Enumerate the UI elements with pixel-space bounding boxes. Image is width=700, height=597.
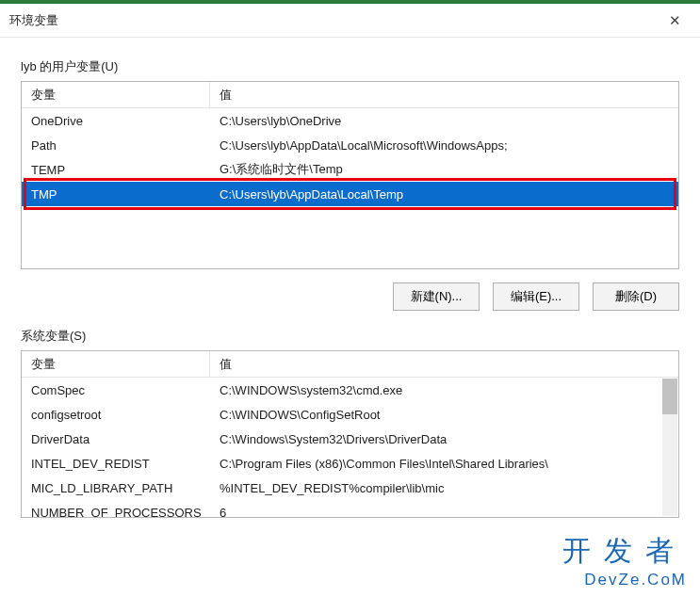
column-header-value[interactable]: 值 <box>210 82 678 107</box>
cell-value: C:\WINDOWS\system32\cmd.exe <box>210 383 678 397</box>
table-row[interactable]: ComSpecC:\WINDOWS\system32\cmd.exe <box>22 378 678 402</box>
cell-variable: ComSpec <box>22 383 210 397</box>
cell-value: C:\Program Files (x86)\Common Files\Inte… <box>210 457 678 471</box>
cell-value: C:\Users\lyb\OneDrive <box>210 114 678 128</box>
cell-variable: TMP <box>22 187 210 202</box>
user-variables-body: OneDriveC:\Users\lyb\OneDrivePathC:\User… <box>22 108 678 268</box>
cell-variable: DriverData <box>22 432 210 446</box>
cell-value: 6 <box>210 506 678 518</box>
table-row[interactable]: OneDriveC:\Users\lyb\OneDrive <box>22 108 678 133</box>
table-row[interactable]: PathC:\Users\lyb\AppData\Local\Microsoft… <box>22 133 678 157</box>
cell-variable: NUMBER_OF_PROCESSORS <box>22 506 210 518</box>
cell-variable: MIC_LD_LIBRARY_PATH <box>22 481 210 495</box>
cell-variable: configsetroot <box>22 408 210 422</box>
delete-button[interactable]: 删除(D) <box>593 282 679 311</box>
new-button[interactable]: 新建(N)... <box>393 282 480 311</box>
cell-value: C:\Users\lyb\AppData\Local\Microsoft\Win… <box>210 138 678 153</box>
cell-value: C:\WINDOWS\ConfigSetRoot <box>210 408 678 422</box>
cell-value: G:\系统临时文件\Temp <box>210 161 678 178</box>
table-row[interactable]: MIC_LD_LIBRARY_PATH%INTEL_DEV_REDIST%com… <box>22 476 678 500</box>
titlebar: 环境变量 ✕ <box>0 4 700 38</box>
scrollbar-thumb[interactable] <box>662 379 677 414</box>
edit-button[interactable]: 编辑(E)... <box>493 282 579 311</box>
system-variables-label: 系统变量(S) <box>21 328 679 345</box>
column-header-value[interactable]: 值 <box>210 351 678 377</box>
table-row[interactable]: TEMPG:\系统临时文件\Temp <box>22 157 678 182</box>
table-row[interactable]: INTEL_DEV_REDISTC:\Program Files (x86)\C… <box>22 451 678 476</box>
cell-variable: TEMP <box>22 163 210 177</box>
table-row[interactable]: TMPC:\Users\lyb\AppData\Local\Temp <box>22 182 678 206</box>
user-buttons-row: 新建(N)... 编辑(E)... 删除(D) <box>21 282 679 311</box>
list-header: 变量 值 <box>22 82 678 108</box>
cell-variable: OneDrive <box>22 114 210 128</box>
window-title: 环境变量 <box>9 12 659 29</box>
cell-variable: Path <box>22 138 210 153</box>
cell-value: C:\Users\lyb\AppData\Local\Temp <box>210 187 678 202</box>
table-row[interactable]: configsetrootC:\WINDOWS\ConfigSetRoot <box>22 402 678 427</box>
user-variables-label: lyb 的用户变量(U) <box>21 58 679 75</box>
table-row[interactable]: NUMBER_OF_PROCESSORS6 <box>22 500 678 517</box>
window-content: lyb 的用户变量(U) 变量 值 OneDriveC:\Users\lyb\O… <box>0 38 700 597</box>
system-variables-list[interactable]: 变量 值 ComSpecC:\WINDOWS\system32\cmd.exec… <box>21 350 679 518</box>
table-row[interactable]: DriverDataC:\Windows\System32\Drivers\Dr… <box>22 427 678 451</box>
list-header: 变量 值 <box>22 351 678 378</box>
system-variables-body: ComSpecC:\WINDOWS\system32\cmd.execonfig… <box>22 378 678 517</box>
column-header-variable[interactable]: 变量 <box>22 82 210 107</box>
close-icon[interactable]: ✕ <box>659 8 691 33</box>
cell-value: C:\Windows\System32\Drivers\DriverData <box>210 432 678 446</box>
environment-variables-window: 环境变量 ✕ lyb 的用户变量(U) 变量 值 OneDriveC:\User… <box>0 0 700 597</box>
column-header-variable[interactable]: 变量 <box>22 351 210 377</box>
cell-value: %INTEL_DEV_REDIST%compiler\lib\mic <box>210 481 678 495</box>
user-variables-list[interactable]: 变量 值 OneDriveC:\Users\lyb\OneDrivePathC:… <box>21 81 679 269</box>
scrollbar[interactable] <box>662 379 677 516</box>
cell-variable: INTEL_DEV_REDIST <box>22 457 210 471</box>
